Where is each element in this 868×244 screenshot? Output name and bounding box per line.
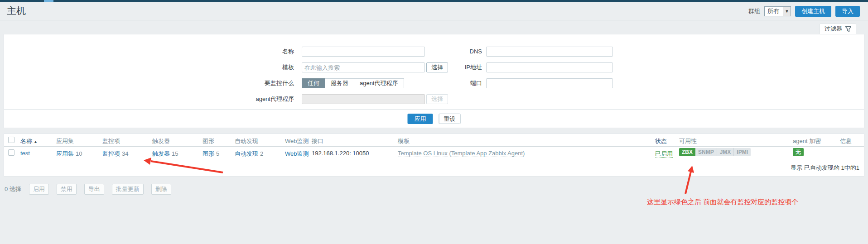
filter-tab[interactable]: 过滤器 (820, 24, 856, 34)
proxy-label: agent代理程序 (199, 94, 294, 104)
column-header-graphs: 图形 (203, 137, 214, 145)
group-select-value: 所有 (765, 7, 783, 16)
table-row-border (4, 160, 864, 160)
template-link-main[interactable]: Template OS Linux (398, 150, 448, 157)
name-label: 名称 (203, 47, 294, 57)
enable-button: 启用 (29, 184, 49, 195)
column-header-agent-encryption: agent 加密 (793, 137, 821, 145)
annotation-text: 这里显示绿色之后 前面就会有监控对应的监控项个 (647, 198, 798, 206)
column-header-info: 信息 (840, 137, 852, 145)
select-all-checkbox[interactable] (8, 137, 14, 143)
dns-input[interactable] (486, 47, 613, 57)
availability-badges: ZBX SNMP JMX IPMI (679, 148, 751, 156)
host-name-link: test (20, 150, 30, 157)
group-select[interactable]: 所有 ▼ (764, 6, 791, 16)
apply-button[interactable]: 应用 (408, 114, 433, 124)
top-nav-bar (0, 0, 868, 2)
discovery-cell: 自动发现2 (235, 150, 263, 158)
triggers-count: 15 (172, 150, 178, 157)
chevron-down-icon[interactable]: ▼ (783, 7, 791, 16)
template-link-linked[interactable]: Template App Zabbix Agent (451, 150, 523, 157)
column-header-interface: 接口 (312, 137, 323, 145)
column-header-discovery: 自动发现 (235, 137, 258, 145)
template-label: 模板 (203, 62, 294, 72)
column-header-templates: 模板 (398, 137, 410, 145)
template-paren-close: ) (523, 150, 525, 157)
jmx-badge: JMX (717, 148, 734, 156)
triggers-cell: 触发器15 (152, 150, 178, 158)
hosts-table: 名称▲ 应用集 监控项 触发器 图形 自动发现 Web监测 接口 模板 状态 可… (4, 134, 864, 177)
filter-panel: 名称 DNS 模板 选择 IP地址 要监控什么 任何 服务器 agent代理程序… (4, 34, 864, 128)
status-cell: 已启用 (655, 150, 673, 158)
zbx-badge: ZBX (679, 148, 695, 156)
column-header-items: 监控项 (102, 137, 120, 145)
export-button: 导出 (84, 184, 104, 195)
template-search-input[interactable] (302, 62, 425, 72)
column-header-name[interactable]: 名称▲ (20, 137, 38, 145)
encryption-badge: 无 (793, 148, 804, 156)
templates-cell: Template OS Linux (Template App Zabbix A… (398, 150, 525, 157)
proxy-select-button: 选择 (426, 94, 448, 104)
header-controls: 群组 所有 ▼ 创建主机 导入 (748, 6, 860, 17)
monitored-by-option-proxy[interactable]: agent代理程序 (354, 78, 404, 88)
graphs-count: 5 (216, 150, 219, 157)
disable-button: 禁用 (57, 184, 77, 195)
sort-ascending-icon: ▲ (34, 139, 38, 144)
name-input[interactable] (302, 47, 425, 57)
applications-cell: 应用集10 (56, 150, 82, 158)
items-count: 34 (122, 150, 128, 157)
discovery-count: 2 (260, 150, 263, 157)
column-header-applications: 应用集 (56, 137, 74, 145)
create-host-button[interactable]: 创建主机 (795, 6, 831, 17)
paging-summary: 显示 已自动发现的 1中的1 (791, 164, 859, 172)
header-divider (0, 20, 868, 20)
column-header-web: Web监测 (285, 137, 309, 145)
import-button[interactable]: 导入 (835, 6, 860, 17)
reset-button[interactable]: 重设 (439, 114, 461, 124)
interface-cell: 192.168.1.220: 10050 (312, 150, 369, 157)
funnel-icon (845, 26, 851, 32)
delete-button: 删除 (151, 184, 171, 195)
monitored-by-option-any[interactable]: 任何 (302, 78, 325, 88)
filter-footer-divider (4, 109, 864, 110)
ip-label: IP地址 (414, 62, 482, 72)
web-cell: Web监测 (285, 150, 309, 158)
monitored-by-option-server[interactable]: 服务器 (325, 78, 354, 88)
footer-action-bar: 0 选择 启用 禁用 导出 批量更新 删除 (5, 184, 171, 195)
monitored-by-segmented-control: 任何 服务器 agent代理程序 (302, 78, 404, 88)
port-input[interactable] (486, 78, 613, 88)
row-checkbox[interactable] (8, 149, 14, 156)
ip-input[interactable] (486, 62, 613, 72)
snmp-badge: SNMP (695, 148, 717, 156)
page-title: 主机 (7, 5, 26, 17)
monitored-by-label: 要监控什么 (203, 78, 294, 88)
port-label: 端口 (414, 78, 482, 88)
items-cell: 监控项34 (102, 150, 128, 158)
status-enabled-link[interactable]: 已启用 (655, 150, 673, 158)
filter-tab-label: 过滤器 (825, 25, 842, 33)
dns-label: DNS (414, 47, 482, 57)
applications-count: 10 (76, 150, 82, 157)
proxy-input (302, 94, 425, 104)
group-label: 群组 (748, 7, 760, 15)
column-header-availability: 可用性 (679, 137, 697, 145)
table-header-border (4, 146, 864, 147)
graphs-cell: 图形5 (203, 150, 219, 158)
column-header-status[interactable]: 状态 (655, 137, 667, 145)
template-paren-open: ( (448, 150, 451, 157)
top-nav-highlight (44, 0, 53, 2)
column-header-triggers: 触发器 (152, 137, 170, 145)
mass-update-button: 批量更新 (112, 184, 144, 195)
ipmi-badge: IPMI (733, 148, 751, 156)
selected-count: 0 选择 (5, 185, 21, 193)
